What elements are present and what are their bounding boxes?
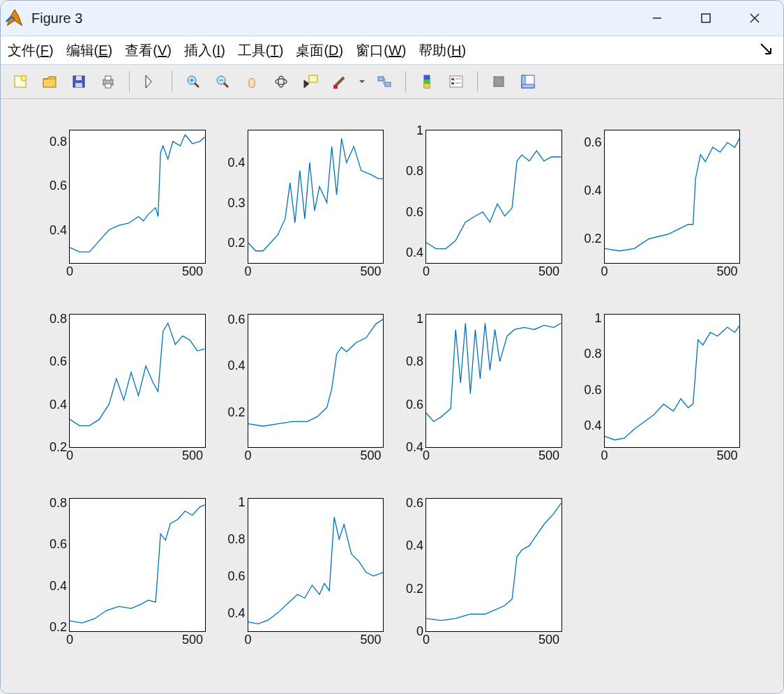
line-series: [70, 499, 205, 631]
subplot-9[interactable]: 0.20.40.60.80500: [43, 495, 207, 651]
menu-view[interactable]: 查看(V): [125, 41, 172, 60]
edit-plot-button[interactable]: [138, 69, 163, 94]
y-tick: 0.2: [227, 405, 248, 420]
y-tick: 0.6: [50, 354, 70, 369]
menu-file[interactable]: 文件(F): [8, 41, 54, 60]
subplot-11[interactable]: 00.20.40.60500: [399, 495, 564, 651]
maximize-button[interactable]: [681, 1, 730, 36]
subplot-7[interactable]: 0.40.60.810500: [399, 311, 564, 467]
axes-box[interactable]: 0.40.60.810500: [604, 314, 741, 448]
line-series: [70, 130, 205, 263]
axes-box[interactable]: 0.20.40.60500: [604, 130, 741, 264]
subplot-5[interactable]: 0.20.40.60.80500: [43, 311, 207, 467]
axes-box[interactable]: 0.20.40.60.80500: [69, 498, 206, 632]
y-tick: 1: [416, 312, 426, 326]
axes-box[interactable]: 0.20.30.40500: [248, 130, 384, 264]
menu-edit[interactable]: 编辑(E): [66, 41, 113, 60]
subplot-10[interactable]: 0.40.60.810500: [221, 495, 386, 651]
y-tick: 0.6: [406, 397, 426, 412]
minimize-button[interactable]: [633, 1, 681, 36]
y-tick: 0.8: [584, 347, 604, 361]
svg-rect-31: [451, 78, 454, 80]
open-button[interactable]: [37, 69, 62, 94]
subplot-6[interactable]: 0.20.40.60500: [221, 311, 386, 467]
y-tick: 0.4: [406, 538, 426, 553]
x-tick: 0: [244, 263, 251, 279]
y-tick: 0.4: [50, 578, 70, 593]
axes-box[interactable]: 0.20.40.60500: [248, 314, 384, 448]
y-tick: 0.6: [50, 537, 70, 552]
pan-button[interactable]: [239, 69, 264, 94]
y-tick: 0.4: [227, 605, 248, 620]
menu-window[interactable]: 窗口(W): [356, 41, 406, 60]
window-title: Figure 3: [31, 10, 82, 27]
subplot-8[interactable]: 0.40.60.810500: [578, 311, 742, 467]
save-button[interactable]: [66, 69, 91, 94]
x-tick: 500: [538, 263, 559, 279]
rotate-3d-button[interactable]: [269, 69, 294, 94]
x-tick: 0: [601, 447, 608, 463]
link-button[interactable]: [372, 69, 397, 94]
x-tick: 0: [66, 631, 73, 647]
titlebar[interactable]: Figure 3: [1, 1, 783, 36]
svg-line-14: [195, 83, 199, 87]
subplot-1[interactable]: 0.40.60.80500: [43, 127, 207, 283]
axes-box[interactable]: 0.40.60.810500: [248, 498, 384, 632]
hide-plot-tools-button[interactable]: [486, 69, 511, 94]
y-tick: 0.6: [406, 496, 426, 511]
y-tick: 0.4: [406, 246, 426, 260]
dock-arrow-icon[interactable]: [760, 43, 772, 59]
x-tick: 500: [182, 447, 203, 463]
menu-tools[interactable]: 工具(T): [238, 41, 284, 60]
y-tick: 0.6: [227, 312, 248, 326]
menubar: 文件(F) 编辑(E) 查看(V) 插入(I) 工具(T) 桌面(D) 窗口(W…: [1, 36, 783, 65]
svg-line-18: [224, 83, 228, 87]
y-tick: 0.8: [227, 532, 248, 547]
subplot-2[interactable]: 0.20.30.40500: [221, 127, 386, 283]
close-button[interactable]: [730, 1, 779, 36]
subplot-3[interactable]: 0.40.60.810500: [399, 127, 564, 283]
y-tick: 0.6: [50, 179, 70, 193]
brush-dropdown[interactable]: [356, 69, 368, 94]
zoom-out-button[interactable]: [210, 69, 235, 94]
axes-box[interactable]: 0.40.60.810500: [425, 314, 562, 448]
x-tick: 0: [66, 263, 73, 279]
y-tick: 0.4: [50, 397, 70, 412]
toolbar-separator: [405, 71, 406, 92]
menu-insert[interactable]: 插入(I): [184, 41, 225, 60]
line-series: [426, 130, 561, 263]
show-plot-tools-button[interactable]: [515, 69, 541, 94]
y-tick: 0.6: [584, 135, 604, 150]
data-cursor-button[interactable]: [298, 69, 323, 94]
y-tick: 1: [238, 495, 248, 510]
svg-rect-8: [76, 76, 82, 80]
axes-box[interactable]: 00.20.40.60500: [425, 498, 562, 632]
x-tick: 0: [244, 447, 251, 463]
colorbar-button[interactable]: [414, 69, 439, 94]
zoom-in-button[interactable]: [181, 69, 206, 94]
y-tick: 0.4: [50, 222, 70, 237]
x-tick: 500: [360, 263, 381, 279]
figure-canvas[interactable]: 0.40.60.805000.20.30.405000.40.60.810500…: [1, 99, 783, 693]
brush-button[interactable]: [327, 69, 352, 94]
menu-desktop[interactable]: 桌面(D): [296, 41, 343, 60]
line-series: [605, 130, 740, 263]
figure-window: Figure 3 文件(F) 编辑(E) 查看(V) 插入(I) 工具(T) 桌…: [0, 0, 784, 694]
y-tick: 0.3: [227, 195, 248, 210]
svg-rect-22: [309, 75, 317, 82]
print-button[interactable]: [96, 69, 121, 94]
legend-button[interactable]: [444, 69, 469, 94]
svg-rect-28: [424, 80, 430, 84]
toolbar-separator: [477, 71, 478, 92]
line-series: [248, 315, 384, 447]
y-tick: 0.2: [584, 232, 604, 246]
new-figure-button[interactable]: [8, 69, 33, 94]
axes-box[interactable]: 0.40.60.810500: [425, 130, 562, 264]
axes-box[interactable]: 0.20.40.60.80500: [69, 314, 206, 448]
subplot-12[interactable]: [578, 495, 742, 651]
y-tick: 0.8: [406, 164, 426, 179]
menu-help[interactable]: 帮助(H): [419, 41, 466, 60]
subplot-4[interactable]: 0.20.40.60500: [578, 127, 742, 283]
axes-box[interactable]: 0.40.60.80500: [69, 130, 206, 264]
line-series: [248, 499, 384, 631]
